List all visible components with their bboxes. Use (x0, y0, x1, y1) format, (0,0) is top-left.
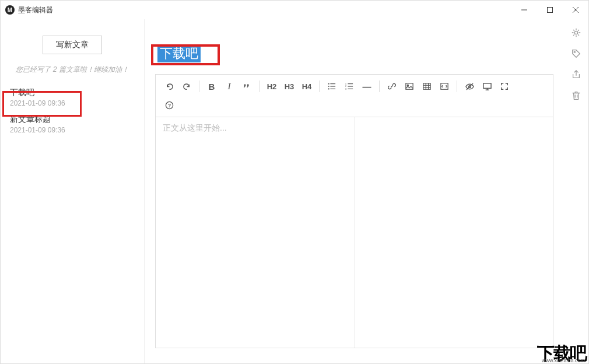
bold-button[interactable]: B (203, 78, 220, 94)
svg-rect-11 (348, 86, 353, 86)
editor-column: 下载吧 B I H2 H3 H4 123 — (145, 19, 564, 363)
main-area: 写新文章 您已经写了 2 篇文章啦！继续加油！ 下载吧 2021-01-09 0… (1, 19, 588, 363)
svg-text:2: 2 (345, 85, 346, 88)
toolbar-separator (379, 80, 380, 92)
watermark-url: www.xiazaiba.com (542, 358, 585, 363)
undo-button[interactable] (160, 78, 178, 94)
svg-rect-12 (348, 89, 353, 89)
svg-point-32 (574, 51, 575, 52)
toolbar-separator (259, 80, 260, 92)
svg-point-4 (328, 83, 329, 85)
svg-rect-18 (423, 83, 430, 90)
editor-toolbar: B I H2 H3 H4 123 — (155, 74, 553, 117)
window-title: 墨客编辑器 (18, 5, 53, 15)
svg-rect-26 (483, 83, 490, 88)
code-button[interactable] (436, 78, 453, 94)
toolbar-separator (319, 80, 320, 92)
svg-point-31 (574, 31, 577, 34)
app-logo-icon: M (5, 5, 15, 15)
svg-text:3: 3 (345, 88, 346, 90)
svg-point-17 (407, 85, 408, 86)
new-article-button[interactable]: 写新文章 (43, 36, 102, 54)
preview-pane (354, 117, 553, 348)
minimize-button[interactable] (511, 1, 537, 19)
italic-button[interactable]: I (220, 78, 238, 94)
svg-text:1: 1 (345, 83, 346, 85)
svg-rect-7 (330, 86, 335, 86)
link-button[interactable] (383, 78, 401, 94)
article-stats-text: 您已经写了 2 篇文章啦！继续加油！ (1, 65, 144, 75)
svg-rect-1 (548, 8, 553, 13)
svg-rect-10 (348, 83, 353, 84)
fullscreen-button[interactable] (496, 78, 513, 94)
right-rail (564, 19, 588, 363)
trash-button[interactable] (570, 89, 583, 102)
image-button[interactable] (401, 78, 418, 94)
h4-button[interactable]: H4 (298, 78, 315, 94)
article-title: 新文章标题 (10, 114, 135, 125)
help-button[interactable]: ? (160, 97, 178, 113)
document-title[interactable]: 下载吧 (157, 45, 201, 62)
ul-button[interactable] (323, 78, 341, 94)
tag-button[interactable] (570, 47, 583, 60)
toolbar-separator (199, 80, 199, 92)
ol-button[interactable]: 123 (341, 78, 358, 94)
editor-textarea[interactable]: 正文从这里开始... (156, 117, 354, 348)
article-list-item[interactable]: 下载吧 2021-01-09 09:36 (1, 83, 144, 110)
svg-point-6 (328, 86, 329, 87)
settings-button[interactable] (570, 26, 583, 39)
table-button[interactable] (418, 78, 436, 94)
sidebar: 写新文章 您已经写了 2 篇文章啦！继续加油！ 下载吧 2021-01-09 0… (1, 19, 145, 363)
preview-button[interactable] (461, 78, 478, 94)
svg-rect-9 (330, 89, 335, 89)
titlebar: M 墨客编辑器 (1, 1, 588, 19)
window-controls (511, 1, 588, 19)
quote-button[interactable] (238, 78, 255, 94)
redo-button[interactable] (178, 78, 195, 94)
svg-rect-16 (406, 83, 413, 90)
svg-point-8 (328, 88, 329, 89)
editor-body: 正文从这里开始... (155, 117, 553, 348)
article-date: 2021-01-09 09:36 (10, 126, 135, 134)
svg-text:?: ? (167, 102, 170, 108)
maximize-button[interactable] (537, 1, 563, 19)
article-list-item[interactable]: 新文章标题 2021-01-09 09:36 (1, 110, 144, 136)
h2-button[interactable]: H2 (263, 78, 281, 94)
share-button[interactable] (570, 68, 583, 81)
article-date: 2021-01-09 09:36 (10, 99, 135, 107)
article-title: 下载吧 (10, 88, 135, 98)
h3-button[interactable]: H3 (281, 78, 298, 94)
desktop-button[interactable] (478, 78, 496, 94)
svg-rect-5 (330, 83, 335, 84)
hr-button[interactable]: — (358, 78, 376, 94)
toolbar-separator (457, 80, 457, 92)
close-button[interactable] (563, 1, 588, 19)
